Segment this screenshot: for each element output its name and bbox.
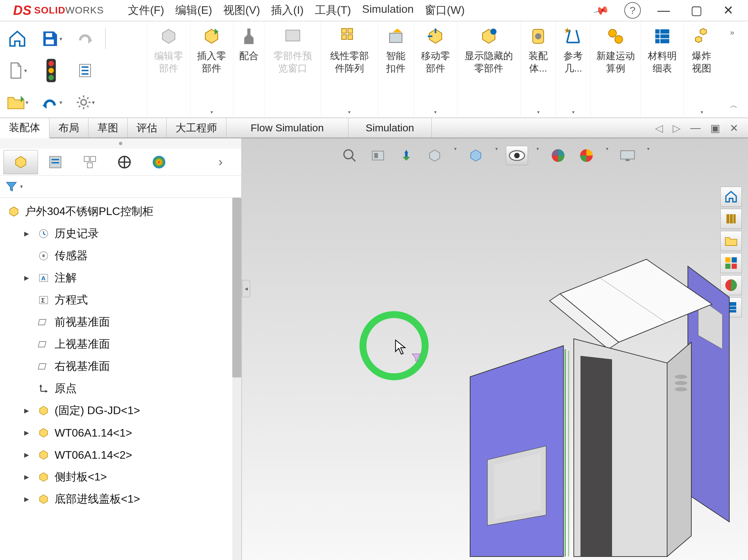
next-window-icon[interactable]: ▷ xyxy=(673,122,681,134)
redo-button[interactable] xyxy=(71,27,99,51)
exploded-view-tool[interactable]: 爆炸视图 ▾ xyxy=(683,21,720,118)
expand-arrow-icon[interactable]: ▶ xyxy=(24,451,32,459)
tree-part-4[interactable]: ▶ 侧封板<1> xyxy=(0,466,241,488)
reference-geometry-tool[interactable]: ★ 参考几... ▾ xyxy=(555,21,590,118)
minimize-button[interactable]: — xyxy=(657,3,670,18)
open-button[interactable]: ▾ xyxy=(3,90,31,114)
tab-evaluate[interactable]: 评估 xyxy=(128,118,167,138)
save-button[interactable]: ▾ xyxy=(37,27,65,51)
tree-equations[interactable]: Σ 方程式 xyxy=(0,289,241,311)
mate-tool[interactable]: 配合 xyxy=(233,21,264,118)
collapse-ribbon-icon[interactable]: ︿ xyxy=(730,100,738,111)
filter-button[interactable]: ▾ xyxy=(5,180,23,193)
undo-button[interactable]: ▾ xyxy=(37,90,65,114)
dim-xpert-tab[interactable] xyxy=(107,150,142,174)
window-close-icon[interactable]: ✕ xyxy=(730,122,738,134)
tree-history[interactable]: ▶ 历史记录 xyxy=(0,223,241,245)
home-icon[interactable] xyxy=(720,187,742,207)
expand-arrow-icon[interactable]: ▶ xyxy=(24,274,32,282)
settings-button[interactable]: ▾ xyxy=(71,90,99,114)
tree-front-plane[interactable]: 前视基准面 xyxy=(0,311,241,333)
file-explorer-icon[interactable] xyxy=(720,231,742,251)
expand-arrow-icon[interactable]: ▶ xyxy=(24,495,32,503)
section-view-icon[interactable] xyxy=(424,146,446,165)
maximize-button[interactable]: ▢ xyxy=(691,3,702,18)
tree-top-plane[interactable]: 上视基准面 xyxy=(0,333,241,355)
zoom-fit-icon[interactable] xyxy=(339,146,361,165)
tree-part-5[interactable]: ▶ 底部进线盖板<1> xyxy=(0,488,241,510)
dropdown-icon[interactable]: ▾ xyxy=(701,109,703,115)
tree-scrollbar[interactable] xyxy=(232,198,241,560)
dropdown-icon[interactable]: ▾ xyxy=(434,109,437,115)
tree-part-1[interactable]: ▶ (固定) DG-JD<1> xyxy=(0,400,241,422)
motion-study-tool[interactable]: 新建运动算例 xyxy=(590,21,640,118)
property-manager-tab[interactable] xyxy=(38,150,73,174)
tab-simulation[interactable]: Simulation xyxy=(348,118,432,138)
dropdown-icon[interactable]: ▾ xyxy=(493,146,500,165)
bom-tool[interactable]: 材料明细表 xyxy=(641,21,684,118)
dropdown-icon[interactable]: ▾ xyxy=(604,146,610,165)
tree-right-plane[interactable]: 右视基准面 xyxy=(0,355,241,377)
library-icon[interactable] xyxy=(720,209,742,229)
feature-tree-tab[interactable] xyxy=(3,150,38,174)
assembly-feature-tool[interactable]: 装配体... ▾ xyxy=(521,21,555,118)
traffic-light-icon[interactable] xyxy=(37,58,65,83)
expand-panel-icon[interactable]: › xyxy=(203,150,238,174)
display-style-icon[interactable] xyxy=(506,146,528,165)
menu-view[interactable]: 视图(V) xyxy=(223,3,260,18)
menu-tools[interactable]: 工具(T) xyxy=(315,3,351,18)
tab-layout[interactable]: 布局 xyxy=(49,118,88,138)
configuration-tab[interactable] xyxy=(73,150,107,174)
tree-annotations[interactable]: ▶ A 注解 xyxy=(0,267,241,289)
edit-component-tool[interactable]: 编辑零部件 xyxy=(147,21,190,118)
menu-simulation[interactable]: Simulation xyxy=(362,3,413,18)
expand-arrow-icon[interactable]: ▶ xyxy=(24,473,32,481)
expand-right-icon[interactable]: » xyxy=(730,28,738,37)
preview-window-tool[interactable]: 零部件预览窗口 xyxy=(264,21,321,118)
3d-model[interactable] xyxy=(425,252,736,560)
pin-icon[interactable]: 📌 xyxy=(593,2,610,19)
dropdown-icon[interactable]: ▾ xyxy=(348,109,350,115)
menu-insert[interactable]: 插入(I) xyxy=(271,3,303,18)
dropdown-icon[interactable]: ▾ xyxy=(452,146,459,165)
expand-arrow-icon[interactable]: ▶ xyxy=(24,407,32,414)
dropdown-icon[interactable]: ▾ xyxy=(534,146,541,165)
dropdown-icon[interactable]: ▾ xyxy=(645,146,652,165)
dropdown-icon[interactable]: ▾ xyxy=(572,109,574,115)
appearance-ball-icon[interactable] xyxy=(547,146,569,165)
show-hidden-tool[interactable]: 显示隐藏的零部件 xyxy=(457,21,521,118)
panel-drag-handle[interactable] xyxy=(0,138,241,149)
help-icon[interactable]: ? xyxy=(624,2,641,19)
window-restore-icon[interactable]: ▣ xyxy=(710,122,720,134)
tab-sketch[interactable]: 草图 xyxy=(88,118,128,138)
tab-flow-simulation[interactable]: Flow Simulation xyxy=(226,118,348,138)
linear-pattern-tool[interactable]: 线性零部件阵列 ▾ xyxy=(321,21,377,118)
panel-splitter[interactable]: ◂ xyxy=(242,280,250,297)
tree-root[interactable]: 户外304不锈钢PLC控制柜 xyxy=(0,200,241,223)
scrollbar-thumb[interactable] xyxy=(232,198,241,377)
expand-arrow-icon[interactable]: ▶ xyxy=(24,429,32,437)
expand-arrow-icon[interactable]: ▶ xyxy=(24,230,32,237)
view-orientation-icon[interactable] xyxy=(465,146,487,165)
scene-icon[interactable] xyxy=(576,146,598,165)
tab-engineer[interactable]: 大工程师 xyxy=(167,118,226,138)
dropdown-icon[interactable]: ▾ xyxy=(211,109,213,115)
tree-part-3[interactable]: ▶ WT06A1.14<2> xyxy=(0,444,241,466)
previous-view-icon[interactable] xyxy=(395,146,418,165)
options-button[interactable] xyxy=(71,58,99,83)
window-minimize-icon[interactable]: — xyxy=(690,122,701,134)
menu-edit[interactable]: 编辑(E) xyxy=(175,3,212,18)
new-button[interactable]: ▾ xyxy=(3,58,31,83)
appearance-tab[interactable] xyxy=(142,150,176,174)
tree-origin[interactable]: 原点 xyxy=(0,377,241,400)
smart-fastener-tool[interactable]: 智能扣件 xyxy=(378,21,414,118)
insert-component-tool[interactable]: 插入零部件 ▾ xyxy=(190,21,233,118)
menu-window[interactable]: 窗口(W) xyxy=(425,3,465,18)
tree-sensors[interactable]: 传感器 xyxy=(0,245,241,267)
render-icon[interactable] xyxy=(617,146,639,165)
dropdown-icon[interactable]: ▾ xyxy=(537,109,540,115)
close-button[interactable]: ✕ xyxy=(723,3,733,18)
zoom-area-icon[interactable] xyxy=(367,146,389,165)
tab-assembly[interactable]: 装配体 xyxy=(0,118,49,138)
home-button[interactable] xyxy=(3,27,31,51)
